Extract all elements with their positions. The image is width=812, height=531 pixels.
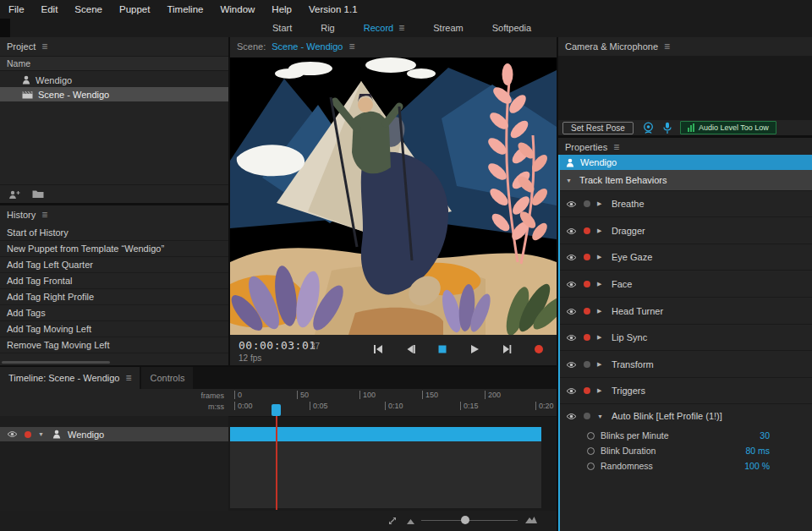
expand-arrow-icon[interactable]: ▼ bbox=[597, 413, 605, 419]
previous-frame-button[interactable] bbox=[401, 342, 420, 357]
menu-puppet[interactable]: Puppet bbox=[111, 4, 158, 14]
expand-arrow-icon[interactable]: ▶ bbox=[597, 227, 605, 234]
param-dial-icon[interactable] bbox=[587, 463, 595, 470]
arm-for-record-dot[interactable] bbox=[584, 361, 590, 368]
eye-visibility-icon[interactable] bbox=[566, 387, 577, 395]
behavior-row-dragger[interactable]: ▶ Dragger bbox=[558, 218, 812, 244]
menu-help[interactable]: Help bbox=[263, 4, 300, 14]
arm-for-record-dot[interactable] bbox=[584, 413, 590, 419]
behavior-row-lip-sync[interactable]: ▶ Lip Sync bbox=[558, 325, 812, 351]
menu-window[interactable]: Window bbox=[211, 4, 263, 14]
menu-timeline[interactable]: Timeline bbox=[158, 4, 211, 14]
eye-visibility-icon[interactable] bbox=[566, 227, 577, 235]
history-item[interactable]: Add Tag Right Profile bbox=[0, 289, 228, 305]
track-header-wendigo[interactable]: ▼ Wendigo bbox=[0, 427, 228, 441]
history-panel-menu-icon[interactable]: ≡ bbox=[41, 210, 47, 220]
track-item-behaviors-header[interactable]: ▼ Track Item Behaviors bbox=[558, 170, 812, 191]
arm-for-record-dot[interactable] bbox=[584, 387, 590, 394]
play-button[interactable] bbox=[465, 342, 484, 357]
eye-visibility-icon[interactable] bbox=[566, 281, 577, 288]
expand-arrow-icon[interactable]: ▶ bbox=[597, 361, 605, 368]
menu-edit[interactable]: Edit bbox=[33, 4, 67, 14]
next-frame-button[interactable] bbox=[497, 342, 516, 357]
eye-visibility-icon[interactable] bbox=[566, 334, 577, 342]
history-scrollbar[interactable] bbox=[2, 361, 110, 364]
param-value[interactable]: 30 bbox=[760, 430, 770, 441]
workspace-tab-record[interactable]: Record ≡ bbox=[349, 23, 419, 33]
eye-visibility-icon[interactable] bbox=[566, 200, 577, 208]
behavior-row-eye-gaze[interactable]: ▶ Eye Gaze bbox=[558, 244, 812, 271]
arm-for-record-dot[interactable] bbox=[584, 254, 590, 260]
collapse-arrow-icon[interactable]: ▼ bbox=[38, 431, 46, 437]
eye-visibility-icon[interactable] bbox=[566, 308, 577, 315]
eye-visibility-icon[interactable] bbox=[566, 413, 577, 420]
history-item[interactable]: Add Tag Moving Left bbox=[0, 321, 228, 337]
scene-viewport[interactable] bbox=[230, 57, 557, 335]
expand-arrow-icon[interactable]: ▶ bbox=[597, 387, 605, 394]
properties-panel-menu-icon[interactable]: ≡ bbox=[613, 142, 619, 152]
project-panel-menu-icon[interactable]: ≡ bbox=[41, 41, 47, 52]
selected-puppet-row[interactable]: Wendigo bbox=[558, 155, 812, 170]
workspace-tab-stream[interactable]: Stream bbox=[419, 23, 477, 33]
history-item[interactable]: New Puppet from Template “Wendigo” bbox=[0, 241, 228, 257]
param-dial-icon[interactable] bbox=[587, 447, 595, 455]
arm-for-record-dot[interactable] bbox=[584, 200, 590, 207]
history-item[interactable]: Remove Tag Moving Left bbox=[0, 337, 228, 353]
set-rest-pose-button[interactable]: Set Rest Pose bbox=[562, 122, 634, 134]
history-item[interactable]: Start of History bbox=[0, 225, 228, 241]
behavior-row-transform[interactable]: ▶ Transform bbox=[558, 352, 812, 378]
zoom-out-mountain-icon[interactable] bbox=[406, 517, 415, 525]
workspace-menu-icon[interactable]: ≡ bbox=[398, 23, 404, 33]
workspace-tab-softpedia[interactable]: Softpedia bbox=[478, 23, 546, 33]
timeline-tab[interactable]: Timeline: Scene - Wendigo ≡ bbox=[0, 367, 140, 389]
camera-panel-menu-icon[interactable]: ≡ bbox=[664, 41, 670, 52]
arm-for-record-dot[interactable] bbox=[25, 431, 31, 438]
expand-arrow-icon[interactable]: ▶ bbox=[597, 200, 605, 207]
expand-arrow-icon[interactable]: ▶ bbox=[597, 281, 605, 287]
playhead-handle[interactable] bbox=[272, 404, 281, 416]
zoom-in-mountain-icon[interactable] bbox=[524, 515, 538, 524]
new-folder-icon[interactable] bbox=[32, 189, 44, 199]
timeline-panel-menu-icon[interactable]: ≡ bbox=[125, 373, 131, 383]
expand-arrow-icon[interactable]: ▶ bbox=[597, 308, 605, 315]
arm-for-record-dot[interactable] bbox=[584, 334, 590, 341]
project-name-column-header[interactable]: Name bbox=[0, 56, 228, 71]
arm-for-record-dot[interactable] bbox=[584, 308, 590, 315]
eye-visibility-icon[interactable] bbox=[7, 430, 18, 438]
menu-scene[interactable]: Scene bbox=[66, 4, 111, 14]
arm-for-record-dot[interactable] bbox=[584, 227, 590, 234]
project-item-scene[interactable]: Scene - Wendigo bbox=[0, 87, 228, 101]
history-item[interactable]: Add Tags bbox=[0, 305, 228, 321]
behavior-row-triggers[interactable]: ▶ Triggers bbox=[558, 378, 812, 404]
microphone-icon[interactable] bbox=[663, 122, 672, 134]
workspace-tab-rig[interactable]: Rig bbox=[306, 23, 349, 33]
history-item[interactable]: Add Tag Frontal bbox=[0, 273, 228, 289]
controls-tab[interactable]: Controls bbox=[141, 367, 193, 389]
eye-visibility-icon[interactable] bbox=[566, 254, 577, 261]
stop-button[interactable] bbox=[433, 342, 452, 357]
arm-for-record-dot[interactable] bbox=[584, 281, 590, 287]
param-row-blink-duration[interactable]: Blink Duration 80 ms bbox=[558, 443, 812, 458]
behavior-row-head-turner[interactable]: ▶ Head Turner bbox=[558, 298, 812, 325]
param-row-randomness[interactable]: Randomness 100 % bbox=[558, 458, 812, 474]
expand-arrow-icon[interactable]: ▶ bbox=[597, 254, 605, 260]
param-value[interactable]: 100 % bbox=[744, 461, 770, 471]
collapse-arrow-icon[interactable]: ▼ bbox=[566, 178, 573, 183]
behavior-row-face[interactable]: ▶ Face bbox=[558, 271, 812, 298]
record-button[interactable] bbox=[529, 342, 548, 357]
fit-timeline-icon[interactable] bbox=[387, 516, 398, 526]
param-value[interactable]: 80 ms bbox=[745, 446, 770, 456]
go-to-start-button[interactable] bbox=[369, 342, 387, 357]
behavior-row-auto-blink[interactable]: ▼ Auto Blink [Left Profile (1!)] bbox=[558, 404, 812, 428]
zoom-slider-handle[interactable] bbox=[461, 516, 469, 524]
eye-visibility-icon[interactable] bbox=[566, 361, 577, 369]
behavior-row-breathe[interactable]: ▶ Breathe bbox=[558, 191, 812, 217]
workspace-tab-start[interactable]: Start bbox=[258, 23, 306, 33]
scene-panel-menu-icon[interactable]: ≡ bbox=[348, 41, 354, 52]
history-item[interactable]: Add Tag Left Quarter bbox=[0, 257, 228, 273]
new-puppet-icon[interactable] bbox=[8, 189, 20, 200]
menu-file[interactable]: File bbox=[0, 4, 33, 14]
param-dial-icon[interactable] bbox=[587, 432, 595, 440]
project-item-puppet[interactable]: Wendigo bbox=[0, 73, 228, 87]
param-row-blinks-per-minute[interactable]: Blinks per Minute 30 bbox=[558, 428, 812, 443]
